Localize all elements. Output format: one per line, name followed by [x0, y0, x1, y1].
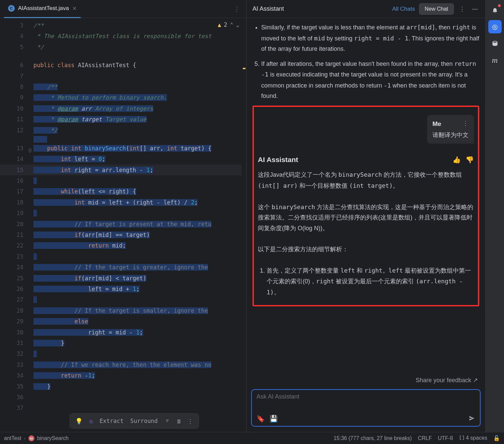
editor-tabs: C AIAssistantTest.java ✕ ⋮: [0, 0, 246, 18]
chat-text: If after all iterations, the target valu…: [261, 58, 479, 102]
thumbs-down-icon[interactable]: 👎: [466, 154, 474, 166]
chat-input[interactable]: Ask AI Assistant 🔖 💾: [251, 389, 481, 427]
highlighted-region: Me ⋮ 请翻译为中文 AI Assistant 👍 👎: [253, 106, 479, 307]
code-text: /**: [33, 22, 44, 29]
warning-count: 2: [224, 21, 227, 28]
chat-text: 这个 binarySearch 方法是二分查找算法的实现，这是一种基于分而治之策…: [258, 202, 474, 234]
chat-input-placeholder: Ask AI Assistant: [257, 393, 475, 400]
user-message-text: 请翻译为中文: [432, 130, 469, 141]
assistant-name: AI Assistant: [258, 154, 298, 166]
user-name: Me: [432, 118, 441, 129]
breadcrumb[interactable]: antTest › m binarySearch: [4, 435, 69, 441]
readonly-lock-icon[interactable]: 🔓: [493, 435, 500, 441]
ai-icon[interactable]: ◎: [89, 418, 93, 425]
close-tab-icon[interactable]: ✕: [72, 5, 77, 12]
chat-messages[interactable]: Similarly, if the target value is less t…: [246, 18, 485, 374]
thumbs-up-icon[interactable]: 👍: [452, 154, 461, 166]
reformat-icon[interactable]: ≣: [177, 418, 181, 425]
warning-icon: ▲: [218, 21, 221, 28]
chat-header: AI Assistant All Chats New Chat ⋮ —: [246, 0, 485, 18]
editor-pane: C AIAssistantTest.java ✕ ⋮ 3 4 5 6 7 8 9…: [0, 0, 246, 432]
method-icon: m: [28, 435, 34, 441]
file-encoding[interactable]: UTF-8: [438, 435, 453, 441]
message-more-icon[interactable]: ⋮: [463, 118, 469, 129]
indent-info[interactable]: 4 spaces: [459, 435, 488, 441]
error-stripe[interactable]: [241, 18, 246, 432]
prev-problem-icon[interactable]: ⌃: [230, 21, 233, 28]
chat-text: 首先，定义了两个整数变量 left 和 right。left 最初被设置为数组中…: [267, 265, 474, 298]
next-problem-icon[interactable]: ⌄: [236, 21, 239, 28]
bookmark-icon[interactable]: 🔖: [257, 415, 265, 423]
right-tool-strip: ◎ m: [485, 0, 504, 432]
code-area[interactable]: ▲ 2 ⌃ ⌄ /** * The AIAssistantTest class …: [33, 18, 246, 432]
tab-more-icon[interactable]: ⋮: [231, 3, 242, 15]
send-icon[interactable]: [469, 415, 475, 423]
editor-body[interactable]: 3 4 5 6 7 8 9 10 11 12 13@ 14 15 16 17 1…: [0, 18, 246, 432]
bulb-icon[interactable]: 💡: [75, 418, 83, 425]
file-tab-label: AIAssistantTest.java: [18, 5, 69, 12]
notification-dot-icon: [498, 4, 501, 7]
ai-assistant-panel: AI Assistant All Chats New Chat ⋮ — Simi…: [246, 0, 485, 432]
feedback-link[interactable]: Share your feedback ↗: [246, 374, 485, 386]
database-tool-icon[interactable]: [488, 37, 502, 50]
maven-tool-icon[interactable]: m: [488, 53, 502, 67]
inspection-indicator[interactable]: ▲ 2 ⌃ ⌄: [218, 21, 239, 28]
java-class-icon: C: [8, 5, 15, 12]
more-icon[interactable]: ⋮: [458, 4, 467, 14]
save-icon[interactable]: 💾: [270, 415, 278, 423]
new-chat-button[interactable]: New Chat: [419, 3, 454, 15]
comment-icon[interactable]: 〃: [164, 417, 170, 425]
caret-position[interactable]: 15:36 (777 chars, 27 line breaks): [333, 435, 412, 441]
extract-action[interactable]: Extract: [100, 418, 124, 424]
surround-action[interactable]: Surround: [130, 418, 158, 424]
line-separator[interactable]: CRLF: [418, 435, 432, 441]
status-bar: antTest › m binarySearch 15:36 (777 char…: [0, 432, 504, 444]
chat-title: AI Assistant: [253, 5, 284, 12]
ai-assistant-tool-icon[interactable]: ◎: [488, 20, 502, 33]
gutter: 3 4 5 6 7 8 9 10 11 12 13@ 14 15 16 17 1…: [0, 18, 33, 432]
chat-text: Similarly, if the target value is less t…: [261, 22, 479, 54]
minimize-icon[interactable]: —: [471, 4, 479, 14]
chat-text: 以下是二分搜索方法的细节解析：: [258, 244, 474, 255]
intention-toolbar: 💡 ◎ Extract Surround 〃 ≣ ⋮: [70, 413, 199, 429]
file-tab[interactable]: C AIAssistantTest.java ✕: [4, 0, 81, 18]
code-text: * The AIAssistantTest class is responsib…: [33, 33, 211, 39]
more-actions-icon[interactable]: ⋮: [187, 418, 193, 425]
all-chats-link[interactable]: All Chats: [392, 6, 415, 12]
user-message: Me ⋮ 请翻译为中文: [427, 115, 474, 144]
notifications-icon[interactable]: [488, 3, 502, 17]
code-text: */: [33, 44, 44, 50]
indent-icon: [459, 435, 465, 440]
chat-text: 这段Java代码定义了一个名为 binarySearch 的方法，它接收一个整数…: [258, 169, 474, 191]
